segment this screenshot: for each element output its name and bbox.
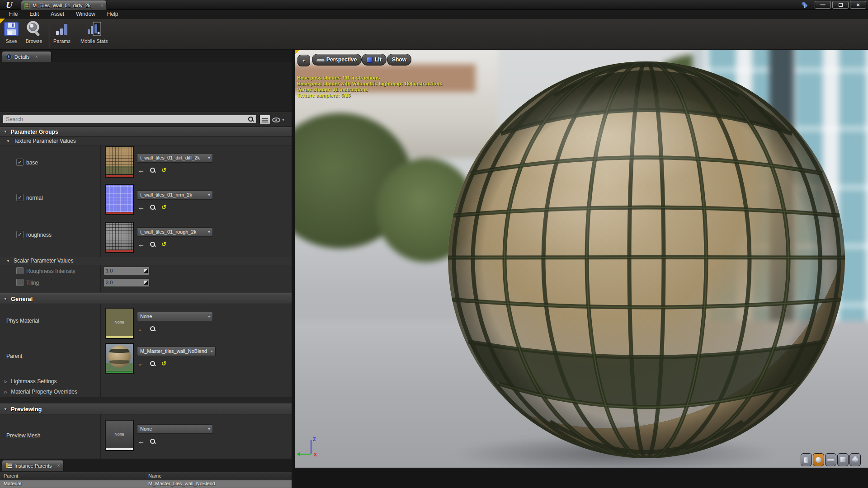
column-splitter[interactable]: [100, 145, 101, 264]
phys-material-thumbnail[interactable]: None: [105, 308, 134, 339]
use-selected-button[interactable]: ←: [138, 325, 145, 333]
menu-help[interactable]: Help: [102, 10, 124, 18]
preview-viewport[interactable]: ▼ Perspective Lit Show Base pass shader:…: [295, 50, 868, 488]
mobile-stats-button[interactable]: Mobile Stats: [80, 20, 108, 47]
use-selected-button[interactable]: ←: [138, 204, 145, 211]
browse-to-asset-button[interactable]: [150, 241, 156, 248]
chevron-down-icon: ▼: [208, 191, 211, 199]
base-texture-thumbnail[interactable]: [105, 146, 134, 178]
roughness-intensity-checkbox[interactable]: [16, 267, 24, 274]
section-scalar-parameter-values[interactable]: ▼ Scalar Parameter Values: [0, 257, 292, 265]
parent-material-thumbnail[interactable]: [105, 343, 134, 374]
params-button[interactable]: Params: [53, 20, 71, 47]
slider-corner-icon: [144, 281, 148, 285]
view-options-button[interactable]: ▼: [272, 116, 288, 124]
browse-to-asset-button[interactable]: [150, 326, 156, 333]
roughness-intensity-field[interactable]: 1.0: [104, 267, 150, 275]
browse-to-asset-button[interactable]: [150, 361, 156, 367]
menu-window[interactable]: Window: [71, 10, 101, 18]
reset-to-default-button[interactable]: ↺: [161, 204, 166, 211]
cylinder-shape-button[interactable]: [801, 453, 812, 466]
tab-close-icon[interactable]: ×: [101, 3, 104, 8]
section-general[interactable]: ▼ General: [0, 293, 292, 304]
panel-splitter[interactable]: [292, 50, 295, 488]
section-lightmass-settings[interactable]: ▷ Lightmass Settings: [0, 376, 292, 386]
section-material-property-overrides[interactable]: ▷ Material Property Overrides: [0, 387, 292, 397]
column-splitter[interactable]: [100, 265, 101, 292]
use-selected-button[interactable]: ←: [138, 167, 145, 174]
search-input[interactable]: [3, 115, 257, 124]
base-texture-combobox[interactable]: t_wall_tiles_01_dirt_diff_2k ▼: [137, 153, 213, 163]
sphere-shape-button[interactable]: [813, 453, 824, 466]
use-selected-button[interactable]: ←: [138, 438, 145, 445]
details-scroll-area: ▼ Parameter Groups ▼ Texture Parameter V…: [0, 127, 292, 459]
tiling-checkbox[interactable]: [16, 279, 24, 286]
roughness-texture-thumbnail[interactable]: [105, 222, 134, 253]
column-divider[interactable]: [145, 472, 145, 481]
parent-material-combobox[interactable]: M_Master_tiles_wall_NoBlend ▼: [137, 347, 216, 356]
viewport-bottom-bar: [295, 468, 868, 488]
expanded-icon: ▼: [4, 297, 7, 301]
phys-material-label: Phys Material: [6, 318, 39, 324]
normal-param-checkbox[interactable]: ✓: [16, 194, 24, 201]
section-parameter-groups[interactable]: ▼ Parameter Groups: [0, 127, 292, 136]
browse-button[interactable]: Browse: [25, 20, 42, 47]
column-parent[interactable]: Parent: [4, 473, 18, 479]
asset-toolbar: Save Browse Params Mobile Stats: [0, 19, 868, 50]
instance-parents-tab-close-icon[interactable]: ×: [57, 463, 60, 468]
use-selected-button[interactable]: ←: [138, 360, 145, 367]
cube-shape-button[interactable]: [837, 453, 849, 466]
section-gap: [0, 397, 292, 404]
use-selected-button[interactable]: ←: [138, 241, 145, 248]
asset-tab[interactable]: M_Tiles_Wall_01_dirty_2k_ ×: [21, 0, 107, 10]
menu-file[interactable]: File: [4, 10, 23, 18]
restore-button[interactable]: [832, 1, 849, 9]
menu-asset[interactable]: Asset: [45, 10, 70, 18]
save-button[interactable]: Save: [3, 20, 20, 47]
lit-mode-button[interactable]: Lit: [362, 54, 387, 66]
preview-mesh-combobox[interactable]: None ▼: [137, 424, 213, 434]
browse-to-asset-button[interactable]: [150, 204, 156, 211]
preview-sphere[interactable]: [448, 61, 845, 459]
minimize-button[interactable]: —: [815, 1, 831, 9]
roughness-param-checkbox[interactable]: ✓: [16, 231, 24, 238]
reset-to-default-button[interactable]: ↺: [161, 241, 166, 248]
column-name[interactable]: Name: [148, 473, 161, 479]
tab-instance-parents[interactable]: Instance Parents ×: [2, 460, 64, 471]
tab-details[interactable]: i Details ×: [2, 51, 52, 62]
preview-mesh-thumbnail[interactable]: None: [105, 420, 134, 451]
perspective-button[interactable]: Perspective: [312, 54, 362, 66]
roughness-texture-combobox[interactable]: t_wall_tiles_01_rough_2k ▼: [137, 227, 213, 237]
plane-shape-button[interactable]: [825, 453, 836, 466]
normal-texture-thumbnail[interactable]: [105, 184, 134, 215]
preview-mesh-label: Preview Mesh: [6, 432, 40, 439]
details-tab-close-icon[interactable]: ×: [35, 54, 38, 59]
browse-to-asset-button[interactable]: [150, 438, 156, 445]
close-button[interactable]: ×: [850, 1, 866, 9]
teapot-shape-button[interactable]: [849, 453, 861, 466]
base-param-checkbox[interactable]: ✓: [16, 159, 24, 166]
section-previewing[interactable]: ▼ Previewing: [0, 404, 292, 414]
browse-to-asset-button[interactable]: [150, 167, 156, 174]
menu-edit[interactable]: Edit: [24, 10, 44, 18]
collapsed-icon: ▷: [5, 390, 7, 394]
tiling-field[interactable]: 3.0: [104, 278, 150, 287]
floppy-icon: [3, 20, 20, 38]
toolbar-separator: [49, 20, 50, 48]
tutorial-icon[interactable]: [800, 1, 810, 8]
chevron-down-icon: ▼: [208, 154, 211, 162]
phys-material-combobox[interactable]: None ▼: [137, 312, 213, 321]
grid-icon: [262, 117, 268, 122]
reset-to-default-button[interactable]: ↺: [161, 167, 166, 174]
column-splitter[interactable]: [100, 414, 101, 460]
section-texture-parameter-values[interactable]: ▼ Texture Parameter Values: [0, 137, 292, 145]
normal-texture-combobox[interactable]: t_wall_tiles_01_nrm_2k ▼: [137, 190, 213, 200]
show-button[interactable]: Show: [387, 54, 411, 66]
mobile-stats-icon: [85, 20, 103, 38]
viewport-scene[interactable]: ▼ Perspective Lit Show Base pass shader:…: [295, 50, 868, 468]
reset-to-default-button[interactable]: ↺: [161, 360, 166, 367]
viewport-options-button[interactable]: ▼: [297, 55, 310, 66]
y-axis-arrowhead: [297, 452, 300, 456]
property-matrix-button[interactable]: [259, 115, 270, 124]
table-row[interactable]: Material M_Master_tiles_wall_NoBlend: [0, 480, 292, 488]
